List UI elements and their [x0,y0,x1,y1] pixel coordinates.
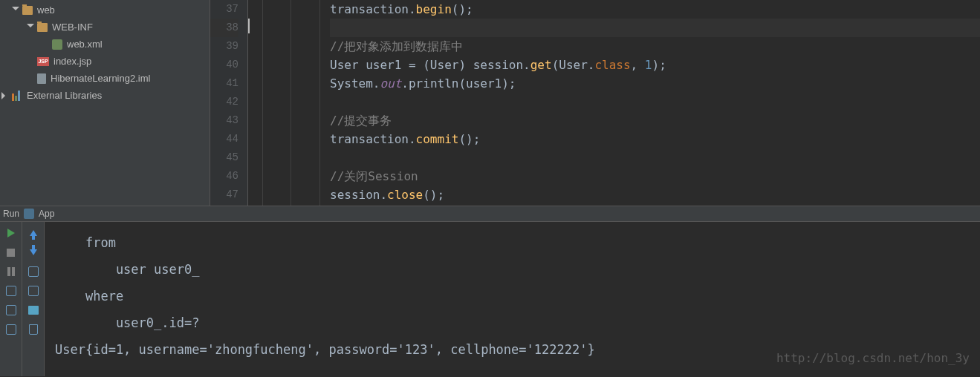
text-cursor [248,19,250,33]
watermark: http://blog.csdn.net/hon_3y [776,345,970,372]
console-line: user user0_ [55,256,970,283]
chevron-down-icon [27,24,34,31]
line-number: 40 [210,56,238,74]
folder-icon [37,23,48,32]
chevron-right-icon [1,92,9,99]
line-number: 39 [210,37,238,56]
stop-button[interactable] [4,246,18,259]
up-button[interactable] [27,226,40,240]
scroll-button[interactable] [27,284,40,298]
run-label: Run [3,209,19,219]
tree-file-iml[interactable]: HibernateLearning2.iml [0,70,210,87]
line-gutter: 37 38 39 40 41 42 43 44 45 46 47 [210,0,247,206]
tree-label: web [37,4,55,16]
code-line: //提交事务 [330,111,980,130]
layout-button[interactable] [4,323,18,336]
libraries-icon [12,91,22,101]
run-config-name[interactable]: App [39,209,54,219]
clear-button[interactable] [27,323,40,336]
exit-icon [6,305,16,315]
jsp-file-icon: JSP [37,57,49,66]
trash-icon [29,324,38,335]
line-number: 46 [210,167,238,186]
line-number: 47 [210,186,238,204]
code-content[interactable]: transaction.begin(); //把对象添加到数据库中 User u… [248,0,980,206]
line-number: 42 [210,93,238,111]
tree-folder-webinf[interactable]: WEB-INF [0,19,210,36]
run-toolbar-left [0,222,22,376]
code-line: //把对象添加到数据库中 [330,37,980,56]
console-line: user0_.id=? [55,309,970,336]
play-icon [7,229,15,237]
tree-file-webxml[interactable]: web.xml [0,36,210,53]
softwrap-button[interactable] [27,265,40,278]
line-number: 43 [210,111,238,130]
tree-label: web.xml [67,39,103,50]
code-line [330,148,980,167]
tree-folder-web[interactable]: web [0,1,210,19]
scroll-icon [28,286,39,296]
tree-file-indexjsp[interactable]: JSP index.jsp [0,53,210,70]
wrap-icon [28,266,39,277]
pause-button[interactable] [4,265,18,278]
code-line: User user1 = (User) session.get(User.cla… [330,56,980,74]
down-button[interactable] [27,246,40,259]
dump-button[interactable] [4,284,18,298]
code-line [330,93,980,111]
chevron-down-icon [12,7,19,14]
tree-label: index.jsp [53,56,91,67]
code-line: //关闭Session [330,167,980,186]
print-icon [28,306,39,315]
code-line: System.out.println(user1); [330,74,980,93]
console-line: where [55,283,970,309]
print-button[interactable] [27,304,40,317]
file-icon [37,73,46,84]
line-number: 38 [210,19,238,37]
arrow-down-icon [30,249,37,255]
code-editor[interactable]: 37 38 39 40 41 42 43 44 45 46 47 transac… [210,0,980,206]
console-line: from [55,229,970,256]
code-line: transaction.commit(); [330,130,980,148]
code-line: transaction.begin(); [330,0,980,19]
code-line: session.close(); [330,186,980,204]
layout-icon [6,324,16,335]
pause-icon [7,267,15,276]
app-config-icon[interactable] [24,209,34,219]
line-number: 37 [210,0,238,19]
tree-external-libraries[interactable]: External Libraries [0,87,210,104]
run-toolbar-right [22,222,45,376]
console-output[interactable]: from user user0_ where user0_.id=? User{… [45,222,980,376]
xml-file-icon [52,39,62,50]
line-number: 44 [210,130,238,148]
project-tree: web WEB-INF web.xml JSP index.jsp Hibern… [0,0,210,206]
line-number: 41 [210,74,238,93]
tree-label: WEB-INF [52,22,93,33]
code-line [330,19,980,37]
folder-icon [22,6,33,15]
run-button[interactable] [4,226,18,240]
tree-label: HibernateLearning2.iml [51,73,150,84]
arrow-up-icon [30,230,37,236]
run-panel-header: Run App [0,206,980,222]
exit-button[interactable] [4,304,18,317]
camera-icon [6,286,16,296]
line-number: 45 [210,148,238,167]
stop-icon [7,249,15,257]
tree-label: External Libraries [27,90,102,101]
